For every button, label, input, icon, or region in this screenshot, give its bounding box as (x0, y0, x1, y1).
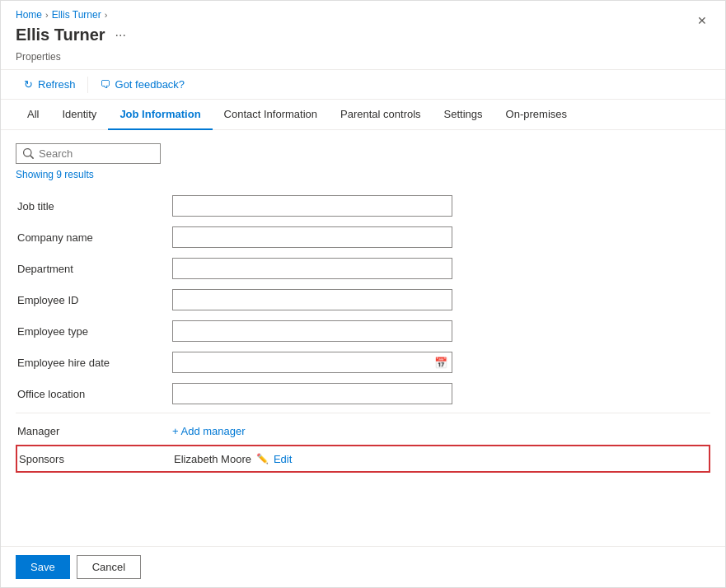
tab-parental-controls[interactable]: Parental controls (329, 100, 433, 130)
breadcrumb: Home › Ellis Turner › (1, 1, 725, 24)
refresh-button[interactable]: ↻ Refresh (16, 75, 84, 94)
breadcrumb-user[interactable]: Ellis Turner (52, 9, 101, 21)
form-section: Job title Company name Department (16, 190, 710, 473)
cancel-button[interactable]: Cancel (77, 555, 141, 579)
form-row-sponsors: Sponsors Elizabeth Moore ✏️ Edit (16, 445, 710, 473)
tab-bar: All Identity Job Information Contact Inf… (1, 100, 725, 130)
save-button[interactable]: Save (16, 555, 70, 579)
label-manager: Manager (16, 425, 172, 437)
sponsors-value: Elizabeth Moore ✏️ Edit (174, 453, 709, 465)
tab-settings[interactable]: Settings (433, 100, 494, 130)
page-wrapper: Home › Ellis Turner › Ellis Turner ··· P… (0, 0, 726, 588)
close-button[interactable]: ✕ (692, 11, 712, 30)
label-employee-id: Employee ID (16, 294, 172, 306)
tab-identity[interactable]: Identity (50, 100, 108, 130)
input-employee-type[interactable] (172, 320, 452, 342)
form-row-company-name: Company name (16, 222, 710, 253)
tab-on-premises[interactable]: On-premises (494, 100, 578, 130)
search-box (16, 143, 161, 164)
refresh-label: Refresh (38, 78, 76, 91)
tab-all[interactable]: All (16, 100, 50, 130)
title-area: Ellis Turner ··· (1, 24, 725, 51)
field-employee-type (172, 320, 710, 342)
content-area: Showing 9 results Job title Company name… (1, 130, 725, 486)
field-company-name (172, 226, 710, 248)
field-job-title (172, 195, 710, 217)
add-manager-button[interactable]: + Add manager (172, 425, 246, 437)
toolbar-separator (87, 77, 88, 93)
edit-pencil-icon[interactable]: ✏️ (256, 453, 269, 464)
breadcrumb-home[interactable]: Home (16, 9, 42, 21)
feedback-icon: 🗨 (100, 78, 110, 91)
form-row-manager: Manager + Add manager (16, 417, 710, 445)
more-options-icon[interactable]: ··· (112, 26, 129, 44)
input-hire-date[interactable] (172, 352, 452, 373)
label-sponsors: Sponsors (17, 453, 174, 465)
form-row-office-location: Office location (16, 378, 710, 409)
page-subtitle: Properties (1, 51, 725, 69)
input-office-location[interactable] (172, 383, 452, 404)
label-department: Department (16, 263, 172, 275)
field-manager: + Add manager (172, 425, 710, 437)
feedback-label: Got feedback? (115, 78, 185, 91)
input-company-name[interactable] (172, 226, 452, 248)
search-icon (23, 148, 34, 159)
form-row-hire-date: Employee hire date 📅 (16, 347, 710, 378)
label-job-title: Job title (16, 200, 172, 212)
field-employee-id (172, 289, 710, 310)
field-sponsors: Elizabeth Moore ✏️ Edit (174, 453, 709, 465)
section-divider (16, 413, 710, 413)
form-row-job-title: Job title (16, 190, 710, 222)
form-row-employee-type: Employee type (16, 315, 710, 347)
results-count: Showing 9 results (16, 169, 710, 180)
feedback-button[interactable]: 🗨 Got feedback? (91, 75, 194, 94)
breadcrumb-chevron2: › (105, 10, 108, 20)
page-title: Ellis Turner (16, 26, 105, 44)
tab-job-information[interactable]: Job Information (108, 100, 212, 130)
input-employee-id[interactable] (172, 289, 452, 310)
sponsor-name: Elizabeth Moore (174, 453, 251, 465)
breadcrumb-chevron: › (45, 10, 49, 20)
label-employee-type: Employee type (16, 325, 172, 338)
field-office-location (172, 383, 710, 404)
search-input[interactable] (39, 147, 153, 160)
field-hire-date: 📅 (172, 352, 710, 373)
label-office-location: Office location (16, 388, 172, 400)
input-department[interactable] (172, 258, 452, 279)
input-job-title[interactable] (172, 195, 452, 217)
footer: Save Cancel (1, 546, 725, 587)
label-hire-date: Employee hire date (16, 357, 172, 369)
refresh-icon: ↻ (24, 78, 33, 91)
date-input-wrap: 📅 (172, 352, 452, 373)
form-row-department: Department (16, 253, 710, 284)
field-department (172, 258, 710, 279)
form-row-employee-id: Employee ID (16, 284, 710, 315)
toolbar: ↻ Refresh 🗨 Got feedback? (1, 69, 725, 100)
tab-contact-information[interactable]: Contact Information (213, 100, 329, 130)
label-company-name: Company name (16, 231, 172, 244)
sponsors-edit-link[interactable]: Edit (274, 453, 292, 465)
